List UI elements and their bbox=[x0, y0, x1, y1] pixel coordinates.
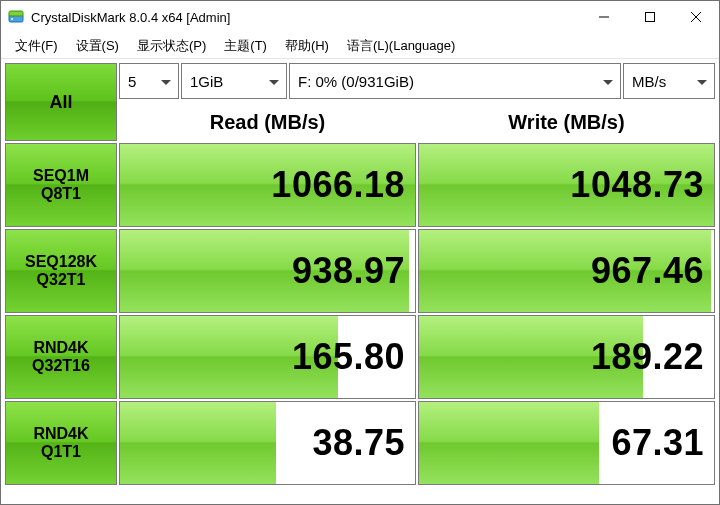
test-row-seq1m: SEQ1M Q8T1 1066.18 1048.73 bbox=[5, 143, 715, 227]
run-all-button[interactable]: All bbox=[5, 63, 117, 141]
read-value-seq1m: 1066.18 bbox=[119, 143, 416, 227]
app-window: CrystalDiskMark 8.0.4 x64 [Admin] 文件(F) … bbox=[0, 0, 720, 505]
titlebar: CrystalDiskMark 8.0.4 x64 [Admin] bbox=[1, 1, 719, 33]
test-label-line2: Q8T1 bbox=[41, 185, 81, 203]
test-row-rnd4k-q32: RND4K Q32T16 165.80 189.22 bbox=[5, 315, 715, 399]
app-icon bbox=[7, 8, 25, 26]
menu-display[interactable]: 显示状态(P) bbox=[129, 35, 214, 57]
content-area: All 5 1GiB bbox=[1, 59, 719, 504]
run-seq128k-button[interactable]: SEQ128K Q32T1 bbox=[5, 229, 117, 313]
run-all-label: All bbox=[49, 92, 72, 113]
write-value-seq128k: 967.46 bbox=[418, 229, 715, 313]
menu-file[interactable]: 文件(F) bbox=[7, 35, 66, 57]
test-row-seq128k: SEQ128K Q32T1 938.97 967.46 bbox=[5, 229, 715, 313]
test-label-line1: RND4K bbox=[33, 425, 88, 443]
menu-theme[interactable]: 主题(T) bbox=[216, 35, 275, 57]
read-header: Read (MB/s) bbox=[119, 103, 416, 141]
test-label-line2: Q1T1 bbox=[41, 443, 81, 461]
test-label-line1: RND4K bbox=[33, 339, 88, 357]
write-value-seq1m: 1048.73 bbox=[418, 143, 715, 227]
menu-settings[interactable]: 设置(S) bbox=[68, 35, 127, 57]
read-value-rnd4k-q32: 165.80 bbox=[119, 315, 416, 399]
menubar: 文件(F) 设置(S) 显示状态(P) 主题(T) 帮助(H) 语言(L)(La… bbox=[1, 33, 719, 59]
window-title: CrystalDiskMark 8.0.4 x64 [Admin] bbox=[31, 10, 230, 25]
test-label-line2: Q32T1 bbox=[37, 271, 86, 289]
run-rnd4k-q32-button[interactable]: RND4K Q32T16 bbox=[5, 315, 117, 399]
test-row-rnd4k-q1: RND4K Q1T1 38.75 67.31 bbox=[5, 401, 715, 485]
size-select[interactable]: 1GiB bbox=[181, 63, 287, 99]
write-header: Write (MB/s) bbox=[418, 103, 715, 141]
svg-point-2 bbox=[11, 18, 13, 20]
write-value-rnd4k-q32: 189.22 bbox=[418, 315, 715, 399]
svg-rect-1 bbox=[9, 11, 23, 16]
test-label-line2: Q32T16 bbox=[32, 357, 90, 375]
test-label-line1: SEQ1M bbox=[33, 167, 89, 185]
run-rnd4k-q1-button[interactable]: RND4K Q1T1 bbox=[5, 401, 117, 485]
drive-select[interactable]: F: 0% (0/931GiB) bbox=[289, 63, 621, 99]
run-seq1m-button[interactable]: SEQ1M Q8T1 bbox=[5, 143, 117, 227]
menu-help[interactable]: 帮助(H) bbox=[277, 35, 337, 57]
unit-select[interactable]: MB/s bbox=[623, 63, 715, 99]
test-label-line1: SEQ128K bbox=[25, 253, 97, 271]
menu-language[interactable]: 语言(L)(Language) bbox=[339, 35, 463, 57]
count-select[interactable]: 5 bbox=[119, 63, 179, 99]
svg-rect-4 bbox=[646, 13, 655, 22]
maximize-button[interactable] bbox=[627, 1, 673, 33]
close-button[interactable] bbox=[673, 1, 719, 33]
write-value-rnd4k-q1: 67.31 bbox=[418, 401, 715, 485]
read-value-seq128k: 938.97 bbox=[119, 229, 416, 313]
read-value-rnd4k-q1: 38.75 bbox=[119, 401, 416, 485]
minimize-button[interactable] bbox=[581, 1, 627, 33]
